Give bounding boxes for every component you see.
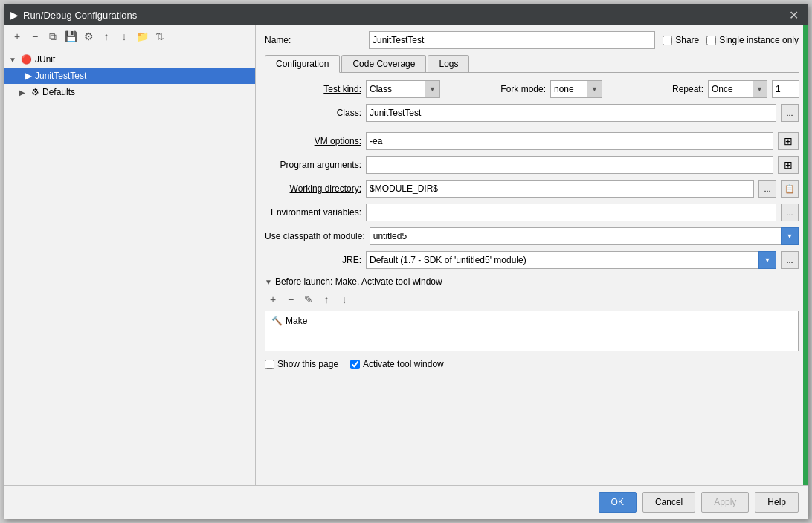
- classpath-input[interactable]: [370, 227, 781, 245]
- repeat-count-input[interactable]: [772, 80, 799, 98]
- fork-mode-combo: none ▼: [550, 80, 602, 98]
- dialog-icon: ▶: [10, 9, 19, 21]
- title-bar: ▶ Run/Debug Configurations ✕: [4, 4, 808, 25]
- jre-input[interactable]: [366, 251, 758, 269]
- show-page-checkbox[interactable]: [265, 360, 274, 369]
- green-accent-bar: [803, 25, 808, 485]
- tab-bar: Configuration Code Coverage Logs: [265, 55, 799, 73]
- test-kind-row: Test kind: Class ▼ Fork mode: no: [265, 80, 799, 98]
- jre-label: JRE:: [265, 255, 361, 265]
- right-panel-wrapper: Name: Share Single instance only: [256, 25, 808, 485]
- test-kind-label-text: Test kind:: [323, 84, 361, 94]
- test-kind-arrow[interactable]: ▼: [425, 80, 440, 98]
- classpath-combo: ▼: [370, 227, 799, 245]
- working-dir-browse-button[interactable]: ...: [758, 180, 776, 198]
- new-folder-button[interactable]: 📁: [134, 28, 150, 45]
- share-checkbox-label[interactable]: Share: [663, 35, 699, 45]
- vm-options-label: VM options:: [265, 136, 361, 146]
- add-config-button[interactable]: +: [9, 28, 25, 45]
- settings-button[interactable]: ⚙: [80, 28, 97, 45]
- right-panel: Name: Share Single instance only: [256, 25, 808, 375]
- tab-code-coverage[interactable]: Code Coverage: [341, 55, 426, 72]
- fork-mode-arrow[interactable]: ▼: [587, 80, 602, 98]
- fork-mode-label: Fork mode:: [449, 84, 546, 94]
- working-dir-macro-button[interactable]: 📋: [781, 180, 799, 198]
- program-args-row: Program arguments: ⊞: [265, 156, 799, 174]
- env-vars-browse-button[interactable]: ...: [781, 204, 799, 221]
- tree-item-junit-test[interactable]: ▶ JunitTestTest: [4, 68, 255, 84]
- sort-button[interactable]: ⇅: [152, 28, 168, 45]
- tree-item-junit[interactable]: ▼ 🔴 JUnit: [4, 51, 255, 68]
- bottom-checks: Show this page Activate tool window: [265, 359, 799, 369]
- program-args-expand-button[interactable]: ⊞: [778, 156, 799, 174]
- single-instance-checkbox[interactable]: [706, 36, 716, 45]
- junit-label: JUnit: [35, 54, 55, 65]
- save-config-button[interactable]: 💾: [62, 28, 79, 45]
- classpath-row: Use classpath of module: ▼: [265, 227, 799, 245]
- class-browse-button[interactable]: ...: [781, 104, 799, 122]
- show-page-checkbox-label[interactable]: Show this page: [265, 359, 338, 369]
- tree-item-defaults[interactable]: ▶ ⚙ Defaults: [4, 84, 255, 100]
- before-launch-make-item[interactable]: 🔨 Make: [268, 314, 795, 328]
- jre-combo: ▼: [366, 251, 776, 269]
- jre-row: JRE: ▼ ...: [265, 251, 799, 269]
- before-launch-header: ▼ Before launch: Make, Activate tool win…: [265, 276, 799, 287]
- help-button[interactable]: Help: [755, 492, 799, 513]
- before-launch-arrow-icon: ▼: [265, 278, 272, 286]
- move-down-button[interactable]: ↓: [116, 28, 132, 45]
- dialog-title: Run/Debug Configurations: [23, 10, 786, 21]
- before-launch-title: Before launch: Make, Activate tool windo…: [275, 276, 442, 287]
- vm-options-input[interactable]: [366, 132, 773, 150]
- single-instance-label: Single instance only: [719, 35, 799, 45]
- working-dir-row: Working directory: ... 📋: [265, 180, 799, 198]
- expand-arrow-defaults: ▶: [19, 88, 31, 97]
- share-checkbox[interactable]: [663, 36, 672, 45]
- before-launch-list: 🔨 Make: [265, 311, 799, 351]
- name-label: Name:: [265, 35, 361, 45]
- jre-browse-button[interactable]: ...: [781, 251, 799, 269]
- jre-dropdown-button[interactable]: ▼: [758, 251, 776, 269]
- single-instance-checkbox-label[interactable]: Single instance only: [706, 35, 799, 45]
- class-row: Class: ...: [265, 104, 799, 122]
- env-vars-input[interactable]: [366, 204, 776, 221]
- before-launch-down-button[interactable]: ↓: [336, 291, 352, 308]
- name-header-row: Name: Share Single instance only: [265, 31, 799, 49]
- config-content: Test kind: Class ▼ Fork mode: no: [265, 80, 799, 369]
- dialog-body: + − ⧉ 💾 ⚙ ↑ ↓ 📁 ⇅ ▼ 🔴 JUnit ▶ JunitTestT…: [4, 25, 808, 485]
- activate-tool-checkbox-label[interactable]: Activate tool window: [350, 359, 444, 369]
- config-tree: ▼ 🔴 JUnit ▶ JunitTestTest ▶ ⚙ Defaults: [4, 48, 255, 485]
- before-launch-remove-button[interactable]: −: [283, 291, 299, 308]
- junit-test-icon: ▶: [25, 71, 32, 81]
- remove-config-button[interactable]: −: [27, 28, 43, 45]
- tab-configuration[interactable]: Configuration: [265, 55, 340, 73]
- close-button[interactable]: ✕: [786, 8, 802, 22]
- env-vars-label: Environment variables:: [265, 207, 361, 218]
- repeat-arrow[interactable]: ▼: [753, 80, 767, 98]
- make-icon: 🔨: [271, 316, 283, 326]
- ok-button[interactable]: OK: [599, 492, 637, 513]
- junit-icon: 🔴: [21, 54, 32, 65]
- copy-config-button[interactable]: ⧉: [45, 28, 61, 45]
- class-input[interactable]: [366, 104, 776, 122]
- program-args-input[interactable]: [366, 156, 773, 174]
- name-input[interactable]: [369, 31, 655, 49]
- apply-button[interactable]: Apply: [701, 492, 749, 513]
- class-label: Class:: [265, 108, 361, 118]
- left-toolbar: + − ⧉ 💾 ⚙ ↑ ↓ 📁 ⇅: [4, 25, 255, 48]
- tab-logs[interactable]: Logs: [428, 55, 469, 72]
- defaults-icon: ⚙: [31, 87, 39, 97]
- cancel-button[interactable]: Cancel: [642, 492, 695, 513]
- activate-tool-checkbox[interactable]: [350, 360, 360, 369]
- env-vars-row: Environment variables: ...: [265, 204, 799, 221]
- working-dir-input[interactable]: [366, 180, 754, 198]
- defaults-label: Defaults: [42, 87, 75, 97]
- class-label-text: Class:: [337, 108, 361, 118]
- before-launch-toolbar: + − ✎ ↑ ↓: [265, 291, 799, 308]
- before-launch-up-button[interactable]: ↑: [318, 291, 335, 308]
- classpath-dropdown-button[interactable]: ▼: [781, 227, 799, 245]
- vm-options-expand-button[interactable]: ⊞: [778, 132, 799, 150]
- before-launch-edit-button[interactable]: ✎: [300, 291, 317, 308]
- before-launch-add-button[interactable]: +: [265, 291, 281, 308]
- move-up-button[interactable]: ↑: [98, 28, 115, 45]
- test-kind-label: Test kind:: [265, 84, 361, 94]
